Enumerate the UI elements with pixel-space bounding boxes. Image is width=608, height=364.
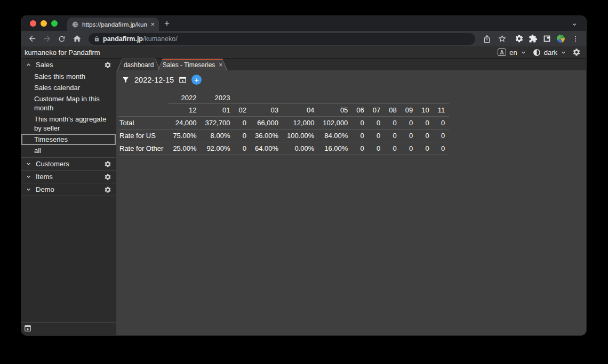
month-header: 08 (385, 104, 401, 117)
zoom-window-button[interactable] (51, 20, 58, 27)
theme-select[interactable]: dark (544, 48, 557, 56)
share-icon[interactable] (481, 33, 493, 45)
year-header: 2022 (169, 92, 201, 104)
cell: 36.00% (251, 130, 283, 142)
sidebar-item-aggregate-by-seller[interactable]: This month's aggregate by seller (21, 114, 116, 134)
year-header-row: 2022 2023 (118, 92, 449, 104)
minimize-window-button[interactable] (41, 20, 47, 27)
reload-icon[interactable] (55, 33, 68, 45)
browser-tab-title: https://pandafirm.jp/kumaneko (82, 21, 147, 28)
cell: 0 (385, 130, 401, 142)
lock-icon (94, 36, 100, 42)
extension-gear-icon[interactable] (513, 33, 525, 45)
translate-icon: A (498, 48, 506, 56)
section-gear-icon[interactable] (104, 61, 111, 69)
timeseries-table: 2022 2023 12 01 02 03 04 05 06 07 (118, 92, 449, 155)
sidebar-section-demo[interactable]: Demo (21, 183, 116, 196)
month-header: 06 (352, 104, 368, 117)
sidebar-item-all[interactable]: all (21, 145, 116, 156)
cell: 0 (385, 117, 401, 130)
month-header: 01 (201, 104, 234, 117)
forward-icon[interactable] (41, 33, 53, 45)
chevron-down-icon[interactable] (26, 161, 31, 167)
cell: 0 (369, 130, 385, 142)
sidebar-section-label[interactable]: Sales (36, 61, 53, 69)
add-panel-icon[interactable] (24, 325, 31, 332)
section-gear-icon[interactable] (104, 186, 111, 193)
month-header: 10 (417, 104, 433, 117)
filter-funnel-icon[interactable] (122, 76, 130, 84)
month-header: 11 (434, 104, 450, 117)
add-filter-button[interactable]: + (191, 75, 202, 85)
tab-close-icon[interactable]: × (219, 61, 222, 69)
sidebar-section-label[interactable]: Customers (36, 160, 69, 168)
home-icon[interactable] (70, 33, 83, 45)
table-row-total: Total 24,000 372,700 0 66,000 12,000 102… (118, 117, 449, 130)
filter-date-value[interactable]: 2022-12-15 (134, 76, 174, 84)
row-label: Rate for Other (118, 142, 169, 155)
sidebar-section-label[interactable]: Demo (36, 185, 54, 193)
cell: 100.00% (283, 130, 318, 142)
sidebar-item-sales-calendar[interactable]: Sales calendar (21, 82, 116, 93)
sidebar-section-items[interactable]: Items (21, 170, 116, 183)
cell: 0 (417, 130, 433, 142)
url-host: pandafirm.jp (103, 35, 143, 43)
month-header: 04 (283, 104, 318, 117)
cell: 92.00% (201, 142, 234, 155)
cell: 8.00% (201, 130, 234, 142)
sidebar-section-customers[interactable]: Customers (21, 157, 116, 170)
cell: 75.00% (169, 130, 201, 142)
tab-sales-timeseries[interactable]: Sales - Timeseries × (158, 59, 227, 70)
cell: 0 (434, 142, 450, 155)
sidebar-section-label[interactable]: Items (36, 173, 53, 181)
cell: 0 (234, 130, 250, 142)
cell: 0 (417, 142, 433, 155)
cell: 0 (234, 117, 250, 130)
sidebar-item-customer-map[interactable]: Customer Map in this month (21, 93, 116, 114)
back-icon[interactable] (26, 33, 38, 45)
app-settings-gear-icon[interactable] (572, 48, 581, 56)
section-gear-icon[interactable] (104, 160, 111, 168)
chevron-up-icon[interactable] (26, 62, 31, 68)
language-chevron-down-icon[interactable] (521, 50, 526, 55)
calendar-icon[interactable]: 1 (179, 76, 187, 84)
language-select[interactable]: en (509, 48, 517, 56)
sidebar-sales-items: Sales this month Sales calendar Customer… (21, 71, 116, 157)
browser-tab[interactable]: https://pandafirm.jp/kumaneko × (67, 18, 159, 31)
extension-globe-icon[interactable] (554, 33, 567, 45)
cell: 0 (352, 130, 368, 142)
sidebar-item-sales-this-month[interactable]: Sales this month (21, 71, 116, 82)
chevron-down-icon[interactable] (26, 174, 31, 180)
close-window-button[interactable] (30, 20, 36, 27)
tab-close-icon[interactable]: × (150, 20, 155, 28)
new-tab-button[interactable]: + (159, 18, 177, 31)
extension-window-icon[interactable] (540, 33, 553, 45)
cell: 12,000 (283, 117, 318, 130)
browser-tabstrip: https://pandafirm.jp/kumaneko × + (21, 16, 586, 31)
browser-menu-kebab-icon[interactable] (569, 33, 582, 45)
tab-dashboard[interactable]: dashboard (117, 59, 160, 70)
tab-search-chevron-icon[interactable] (571, 21, 586, 31)
tab-label[interactable]: Sales - Timeseries (163, 61, 215, 69)
sidebar-section-sales[interactable]: Sales (21, 59, 116, 71)
month-header: 03 (251, 104, 283, 117)
sidebar-item-timeseries[interactable]: Timeseries (21, 134, 116, 145)
chevron-down-icon[interactable] (26, 187, 31, 192)
svg-text:1: 1 (182, 79, 184, 83)
cell: 0 (352, 117, 368, 130)
extension-icons (513, 33, 567, 45)
row-label: Total (118, 117, 169, 130)
extensions-puzzle-icon[interactable] (526, 33, 539, 45)
cell: 64.00% (251, 142, 283, 155)
theme-chevron-down-icon[interactable] (561, 50, 566, 55)
section-gear-icon[interactable] (104, 173, 111, 181)
cell: 102,000 (318, 117, 352, 130)
address-bar[interactable]: pandafirm.jp/kumaneko/ (89, 33, 475, 45)
cell: 0 (369, 117, 385, 130)
month-header: 07 (369, 104, 385, 117)
cell: 84.00% (318, 130, 352, 142)
sidebar: Sales Sales this month Sales calendar Cu… (21, 59, 116, 335)
bookmark-star-icon[interactable] (495, 33, 508, 45)
url-text: pandafirm.jp/kumaneko/ (103, 35, 178, 43)
tab-label[interactable]: dashboard (124, 61, 154, 69)
